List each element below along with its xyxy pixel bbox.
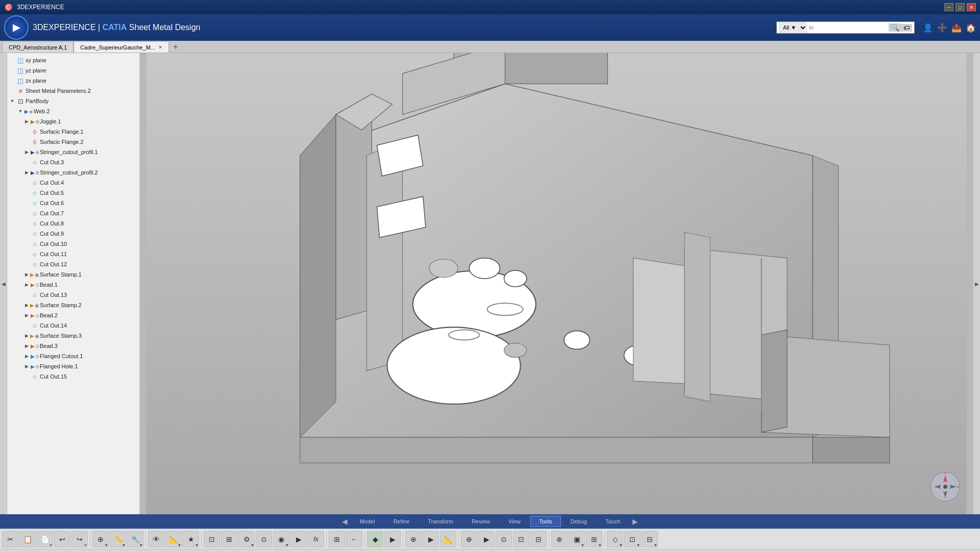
tree-item[interactable]: ○Cut Out.3 bbox=[7, 157, 139, 167]
maximize-button[interactable]: □ bbox=[955, 3, 965, 11]
tree-item[interactable]: ▶▶⊙Bead.3 bbox=[7, 341, 139, 351]
tree-item[interactable]: ▶▶⊗Joggle.1 bbox=[7, 116, 139, 127]
tree-expand-icon[interactable] bbox=[9, 88, 15, 94]
home-icon[interactable]: 🏠 bbox=[966, 23, 976, 33]
cut-button[interactable]: ✂ bbox=[2, 531, 18, 547]
tool-btn-16[interactable]: ⊟ ▼ bbox=[642, 531, 658, 547]
tree-expand-icon[interactable]: ▶ bbox=[23, 118, 30, 124]
wb-tab-view[interactable]: View bbox=[500, 516, 529, 527]
tree-item[interactable]: ▶▶◉Surface Stamp.2 bbox=[7, 300, 139, 310]
tree-expand-icon[interactable] bbox=[23, 129, 30, 135]
tree-expand-icon[interactable] bbox=[23, 241, 30, 247]
tree-item[interactable]: ◫yz plane bbox=[7, 65, 139, 76]
tree-expand-icon[interactable]: ▶ bbox=[23, 363, 30, 369]
tree-expand-icon[interactable]: ▶ bbox=[23, 333, 30, 339]
tree-item[interactable]: ○Cut Out.9 bbox=[7, 229, 139, 239]
tree-item[interactable]: ○Cut Out.10 bbox=[7, 239, 139, 249]
tool-btn-3[interactable]: ⊕ bbox=[405, 531, 422, 547]
tree-expand-icon[interactable] bbox=[23, 322, 30, 329]
tree-expand-icon[interactable] bbox=[23, 200, 30, 206]
tree-expand-icon[interactable] bbox=[23, 220, 30, 227]
tool-btn-11[interactable]: ⊕ bbox=[551, 531, 568, 547]
wb-tab-tools[interactable]: Tools bbox=[530, 516, 561, 527]
tab-close-icon[interactable]: ✕ bbox=[158, 44, 162, 50]
tree-item[interactable]: ▶▶◉Surface Stamp.3 bbox=[7, 331, 139, 341]
tree-expand-icon[interactable]: ▶ bbox=[23, 302, 30, 308]
tool-btn-15[interactable]: ⊡ ▼ bbox=[624, 531, 641, 547]
tool-btn-4[interactable]: ▶ bbox=[423, 531, 439, 547]
tree-item[interactable]: ◊Surfacic Flange.1 bbox=[7, 127, 139, 137]
tree-expand-icon[interactable]: ▶ bbox=[23, 282, 30, 288]
search-filter[interactable]: All ▼ bbox=[779, 22, 807, 33]
wb-tab-touch[interactable]: Touch bbox=[597, 516, 629, 527]
tree-expand-icon[interactable] bbox=[23, 231, 30, 237]
tree-expand-icon[interactable] bbox=[23, 190, 30, 196]
tree-expand-icon[interactable] bbox=[9, 57, 15, 63]
wb-tab-debug[interactable]: Debug bbox=[562, 516, 596, 527]
wb-next-button[interactable]: ▶ bbox=[630, 516, 640, 527]
paste-button[interactable]: 📄 ▼ bbox=[37, 531, 53, 547]
tree-item[interactable]: ◊Surfacic Flange.2 bbox=[7, 137, 139, 147]
tree-item[interactable]: ○Cut Out.12 bbox=[7, 259, 139, 269]
tree-expand-icon[interactable] bbox=[23, 292, 30, 298]
tree-expand-icon[interactable] bbox=[9, 78, 15, 84]
tree-expand-icon[interactable] bbox=[23, 373, 30, 380]
tab-cadre[interactable]: Cadre_SuperieurGauche_M... ✕ bbox=[74, 41, 169, 53]
tree-expand-icon[interactable]: ▼ bbox=[9, 98, 15, 104]
right-collapse-button[interactable]: ▶ bbox=[973, 53, 980, 514]
star-button[interactable]: ★ ▼ bbox=[183, 531, 199, 547]
tree-item[interactable]: ○Cut Out.8 bbox=[7, 218, 139, 229]
select-button[interactable]: ⊕ ▼ bbox=[92, 531, 109, 547]
wb-tab-transform[interactable]: Transform bbox=[419, 516, 462, 527]
tab-cpd[interactable]: CPD_Aerostructure A.1 bbox=[2, 41, 74, 53]
tree-item[interactable]: ○Cut Out.13 bbox=[7, 290, 139, 300]
arrow-btn[interactable]: ▶ bbox=[290, 531, 307, 547]
viewport[interactable]: N E bbox=[140, 53, 973, 514]
wb-tab-refine[interactable]: Refine bbox=[385, 516, 419, 527]
tool-btn-6[interactable]: ⊕ bbox=[461, 531, 477, 547]
tree-expand-icon[interactable] bbox=[23, 159, 30, 165]
tree-item[interactable]: ▶▶⊙Bead.2 bbox=[7, 310, 139, 320]
tool-btn-10[interactable]: ⊟ bbox=[530, 531, 547, 547]
view-button-2[interactable]: 📐 ▼ bbox=[165, 531, 182, 547]
wb-tab-review[interactable]: Review bbox=[463, 516, 499, 527]
fx-button[interactable]: fx bbox=[308, 531, 324, 547]
tool-btn-7[interactable]: ▶ bbox=[478, 531, 495, 547]
tool-btn-9[interactable]: ⊡ bbox=[513, 531, 529, 547]
share-icon[interactable]: 📤 bbox=[951, 23, 962, 33]
tree-item[interactable]: ▶▶⊙Bead.1 bbox=[7, 280, 139, 290]
tree-item[interactable]: ▶▶⊘Flanged Cutout.1 bbox=[7, 351, 139, 361]
tool-btn-2[interactable]: ▶ bbox=[384, 531, 401, 547]
wb-tab-model[interactable]: Model bbox=[351, 516, 384, 527]
wb-prev-button[interactable]: ◀ bbox=[340, 516, 350, 527]
tree-expand-icon[interactable] bbox=[23, 251, 30, 257]
surface-btn[interactable]: ⊙ bbox=[256, 531, 272, 547]
tree-expand-icon[interactable] bbox=[23, 180, 30, 186]
search-input[interactable] bbox=[807, 22, 889, 33]
minimize-button[interactable]: ─ bbox=[944, 3, 953, 11]
tree-expand-icon[interactable]: ▶ bbox=[23, 149, 30, 155]
tree-expand-icon[interactable] bbox=[23, 261, 30, 267]
tree-item[interactable]: ○Cut Out.5 bbox=[7, 188, 139, 198]
tool-btn-12[interactable]: ▣ ▼ bbox=[569, 531, 585, 547]
tree-item[interactable]: ○Cut Out.4 bbox=[7, 178, 139, 188]
undo-button[interactable]: ↩ bbox=[54, 531, 70, 547]
tree-item[interactable]: ○Cut Out.15 bbox=[7, 371, 139, 382]
tree-item[interactable]: ○Cut Out.14 bbox=[7, 320, 139, 331]
tool-btn-13[interactable]: ⊞ ▼ bbox=[586, 531, 602, 547]
tree-expand-icon[interactable] bbox=[23, 210, 30, 216]
shape-btn[interactable]: ◉ ▼ bbox=[273, 531, 289, 547]
tree-expand-icon[interactable]: ▶ bbox=[23, 353, 30, 359]
tool-btn-14[interactable]: ◇ ▼ bbox=[607, 531, 623, 547]
tree-expand-icon[interactable] bbox=[9, 67, 15, 73]
tool-btn-8[interactable]: ⊙ bbox=[496, 531, 512, 547]
tree-expand-icon[interactable]: ▶ bbox=[23, 169, 30, 176]
tab-add-button[interactable]: + bbox=[170, 41, 181, 53]
back-btn[interactable]: ← bbox=[346, 531, 362, 547]
tree-item[interactable]: ○Cut Out.6 bbox=[7, 198, 139, 208]
tree-item[interactable]: ▶▶⊕Stringer_cutout_profil.2 bbox=[7, 167, 139, 178]
tree-item[interactable]: ≡Sheet Metal Parameters.2 bbox=[7, 86, 139, 96]
tree-expand-icon[interactable]: ▶ bbox=[23, 271, 30, 278]
tree-item[interactable]: ▼▶◈Web.2 bbox=[7, 106, 139, 116]
tree-item[interactable]: ○Cut Out.11 bbox=[7, 249, 139, 259]
